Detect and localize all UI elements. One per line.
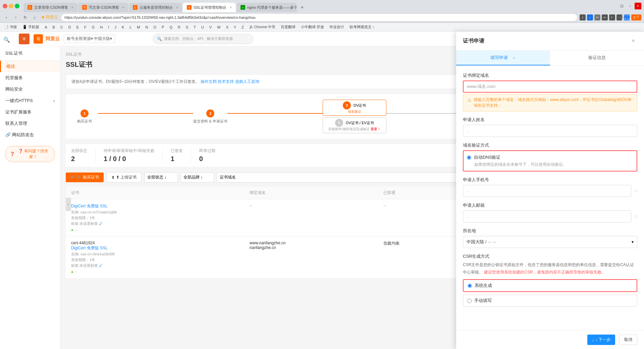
bm-n[interactable]: N [144,24,150,30]
bookmark-star[interactable]: ★ 阿里云 [41,14,58,20]
bm-u[interactable]: U [200,24,205,30]
bm-h[interactable]: H [99,24,104,30]
tab2-close[interactable]: × [122,6,124,9]
bm-f[interactable]: F [83,24,88,30]
bm-w[interactable]: W [216,24,222,30]
csr-radio-auto[interactable]: 系统生成 [463,279,637,292]
domain-input[interactable] [463,81,637,93]
bm-c[interactable]: C [59,24,64,30]
upload-cert-btn[interactable]: ⬆ ⬆ 上传证书 [106,172,142,183]
browser-tab-2[interactable]: 写 写文章-CSDN博客 × [78,3,128,12]
bm-z[interactable]: Z [240,24,245,30]
bm-xiaoniu[interactable]: 小牛翻译·开放 [300,24,325,30]
bm-j[interactable]: J [113,24,118,30]
bm-e[interactable]: E [75,24,80,30]
ext-icon-5[interactable]: ☾ [609,14,615,20]
email-clear-icon[interactable]: ○ [634,213,637,219]
radio-auto-dns-input[interactable] [467,155,471,160]
refresh-btn[interactable]: ↻ [21,14,29,21]
sidebar-collapse-btn[interactable]: ‹ [66,198,71,211]
browser-tab-4[interactable]: S SSL证书管理控制台 × [183,3,236,12]
email-input[interactable] [463,210,631,222]
sidebar-item-certextend[interactable]: 证书扩展服务 [0,106,60,118]
sidebar-item-oneclickhttps[interactable]: 一键式HTTPS › [0,95,60,106]
csr-radio-manual[interactable]: 手动填写 [463,295,637,307]
ext-icon-1[interactable]: I [580,14,586,20]
link-consult[interactable]: 选购人工咨询 [235,79,259,84]
help-expert-btn[interactable]: ❓ ❓ 有问题？找专家！ [5,146,55,162]
bm-y[interactable]: Y [232,24,237,30]
tab3-close[interactable]: × [176,6,178,9]
phone-clear-icon[interactable]: ○ [634,188,637,194]
bm-m[interactable]: M [136,24,141,30]
bm-exam[interactable]: 软考网视觉文 › [348,24,375,30]
sidebar-item-websecurity2[interactable]: 🔗 网站防攻击 [0,129,60,141]
hamburger-menu[interactable]: ≡ [19,34,30,44]
new-tab-btn[interactable]: + [298,3,307,12]
close-btn[interactable]: × [635,3,641,9]
csr-auto-radio[interactable] [468,284,472,288]
bm-baidu[interactable]: 百度翻译 [279,24,297,30]
buy-cert-btn[interactable]: 🛒 🛒 购买证书 [66,172,104,182]
bm-a[interactable]: A [43,24,48,30]
panel-close-btn[interactable]: × [629,37,637,45]
ext-127[interactable]: 127.0.0.1是怎么配 [624,14,630,20]
csr-manual-radio[interactable] [467,299,472,303]
applicant-name-input[interactable] [463,125,637,137]
ext-icon-4[interactable]: ↩ [602,14,608,20]
minimize-btn[interactable]: − [627,3,633,9]
link-ops-doc[interactable]: 操作文档 [201,79,217,84]
browser-tab-1[interactable]: 文 文章管理-CSDN博客 × [23,3,77,12]
bm-g[interactable]: G [91,24,96,30]
bm-v[interactable]: V [208,24,213,30]
top-search[interactable]: 🔍 搜索文档、控制台、API、解决方案和资源 [153,34,253,44]
bm-s[interactable]: S [184,24,190,30]
restore-btn[interactable]: ⊡ [619,3,625,9]
cert-name-1[interactable]: DigiCert 免费版 SSL [71,203,250,209]
ext-icon-2[interactable]: ↓ [587,14,593,20]
back-btn[interactable]: ‹ [3,14,10,21]
browser-tab-5[interactable]: n nginx 代理多个服务器——多个serv... × [236,3,297,12]
bm-grad[interactable]: 毕业设计 [328,24,345,30]
bm-l[interactable]: L [128,24,133,30]
bm-i[interactable]: I [107,24,110,30]
bm-b[interactable]: B [51,24,56,30]
cert-tag-edit-1[interactable]: 🖊 [99,221,103,226]
cert-name-2[interactable]: DigiCert 免费版 SSL [71,245,250,251]
bm-mobile[interactable]: 📱 手机签 [21,24,41,30]
account-selector[interactable]: 账号全部资源▾ 中国大陆▾ [64,35,115,43]
bm-bookmarks[interactable]: 📑 书签 [3,24,18,30]
address-input[interactable]: https://yundun.console.aliyun.com/?spm=5… [61,13,578,21]
brand-filter[interactable]: 全部品牌 ↓ [180,172,214,183]
bm-x[interactable]: X [225,24,230,30]
radio-auto-dns[interactable]: 自动DNS验证 [467,154,633,160]
cert-tag-edit-2[interactable]: 🖊 [99,263,103,267]
bm-o[interactable]: O [152,24,158,30]
sidebar-item-hosting[interactable]: 托管服务 [0,72,60,84]
sidebar-item-websecurity[interactable]: 网站安全 [0,84,60,95]
panel-tab-verify[interactable]: 验证信息 [550,51,644,65]
bm-d[interactable]: D [67,24,72,30]
window-max-btn[interactable] [15,4,19,8]
bm-r[interactable]: R [176,24,182,30]
location-selector[interactable]: 中国大陆 / ··· ··· ▾ [463,236,637,248]
browser-tab-3[interactable]: 云 云服务器管理控制台 × [129,3,182,12]
panel-tab-fill[interactable]: 填写申请 → [456,51,550,65]
sidebar-item-overview[interactable]: 概述 [0,61,60,72]
bm-q[interactable]: Q [168,24,174,30]
tab4-close[interactable]: × [230,6,232,9]
link-tech-support[interactable]: 技术支持 [218,79,234,84]
ext-q[interactable]: Q 下 [631,14,641,20]
bm-chrome[interactable]: 从 Chrome 中导 [248,24,277,30]
bm-t[interactable]: T [192,24,197,30]
ext-icon-3[interactable]: ✂ [594,14,600,20]
forward-btn[interactable]: › [12,14,19,21]
sidebar-item-contacts[interactable]: 联系人管理 [0,118,60,129]
bm-k[interactable]: K [120,24,125,30]
window-min-btn[interactable] [9,4,13,8]
tab1-close[interactable]: × [71,6,73,9]
cancel-btn[interactable]: 取消 [619,335,637,345]
left-icon-search[interactable]: 🔍 [1,34,12,45]
phone-input[interactable] [463,185,631,197]
home-btn[interactable]: ⌂ [31,14,38,21]
